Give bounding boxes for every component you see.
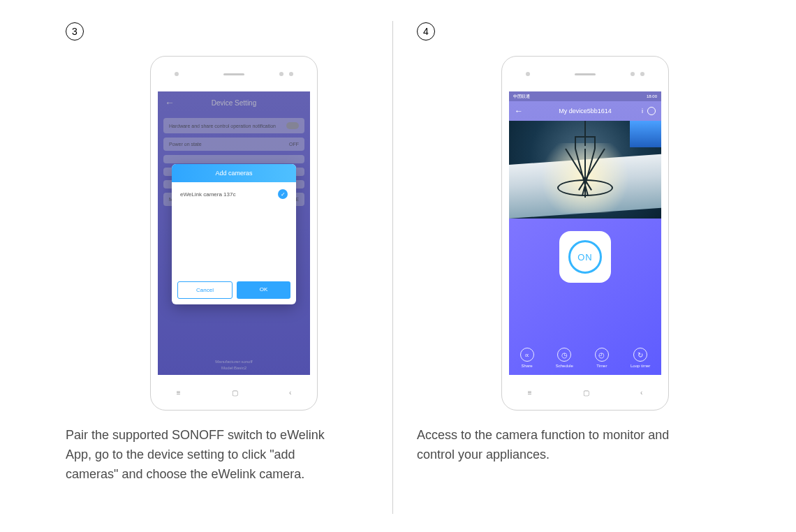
phone-mockup: 中国联通 18:00 ← My device5bb1614 i [501, 56, 669, 411]
loop-icon: ↻ [633, 348, 647, 362]
tool-label: Share [522, 364, 533, 368]
phone-nav-bar: ≡ ▢ ‹ [151, 375, 317, 410]
phone-mockup: ← Device Setting Hardware and share cont… [150, 56, 318, 411]
carrier-label: 中国联通 [513, 94, 530, 100]
clock-label: 18:00 [647, 94, 657, 98]
home-icon[interactable]: ▢ [232, 389, 238, 397]
loop-timer-button[interactable]: ↻ Loop timer [631, 348, 650, 368]
status-bar: 中国联通 18:00 [509, 91, 661, 101]
recent-apps-icon[interactable]: ≡ [528, 389, 532, 397]
home-icon[interactable]: ▢ [583, 389, 589, 397]
camera-option-row[interactable]: eWeLink camera 137c ✓ [172, 182, 296, 206]
back-nav-icon[interactable]: ‹ [289, 389, 291, 397]
tool-label: Timer [596, 364, 607, 368]
back-icon[interactable]: ← [515, 106, 523, 116]
schedule-button[interactable]: ◷ Schedule [556, 348, 573, 368]
panel-divider [392, 21, 393, 514]
share-icon: ∝ [520, 348, 534, 362]
power-toggle-button[interactable]: ON [559, 231, 611, 283]
camera-option-label: eWeLink camera 137c [180, 191, 235, 198]
add-cameras-modal: Add cameras eWeLink camera 137c ✓ Cancel… [172, 164, 296, 304]
phone-nav-bar: ≡ ▢ ‹ [502, 375, 668, 410]
app-screen: ← Device Setting Hardware and share cont… [158, 91, 310, 375]
step-4-panel: 4 中国联通 18:00 ← My device5bb1614 i [407, 0, 742, 532]
screen-title: My device5bb1614 [559, 108, 612, 114]
step-number-badge: 3 [66, 22, 84, 40]
camera-live-view[interactable] [509, 121, 661, 219]
share-button[interactable]: ∝ Share [520, 348, 534, 368]
step-caption: Access to the camera function to monitor… [417, 426, 700, 465]
schedule-icon: ◷ [557, 348, 571, 362]
recent-apps-icon[interactable]: ≡ [177, 389, 181, 397]
power-label: ON [577, 252, 593, 263]
step-3-panel: 3 ← Device Setting Hardware and share co… [56, 0, 391, 532]
more-icon[interactable] [647, 107, 656, 115]
screen-header: ← My device5bb1614 i [509, 101, 661, 121]
app-screen: 中国联通 18:00 ← My device5bb1614 i [509, 91, 661, 375]
timer-icon: ◴ [595, 348, 609, 362]
phone-top-bezel [151, 57, 317, 91]
back-nav-icon[interactable]: ‹ [640, 389, 642, 397]
phone-top-bezel [502, 57, 668, 91]
step-caption: Pair the supported SONOFF switch to eWel… [66, 426, 349, 485]
cancel-button[interactable]: Cancel [177, 281, 233, 299]
tool-label: Loop timer [631, 364, 650, 368]
ok-button[interactable]: OK [237, 281, 290, 299]
modal-title: Add cameras [172, 164, 296, 182]
step-number-badge: 4 [417, 22, 435, 40]
info-icon[interactable]: i [642, 108, 643, 114]
tool-label: Schedule [556, 364, 573, 368]
check-icon: ✓ [278, 189, 288, 199]
timer-button[interactable]: ◴ Timer [595, 348, 609, 368]
lamp-illustration [561, 136, 610, 199]
